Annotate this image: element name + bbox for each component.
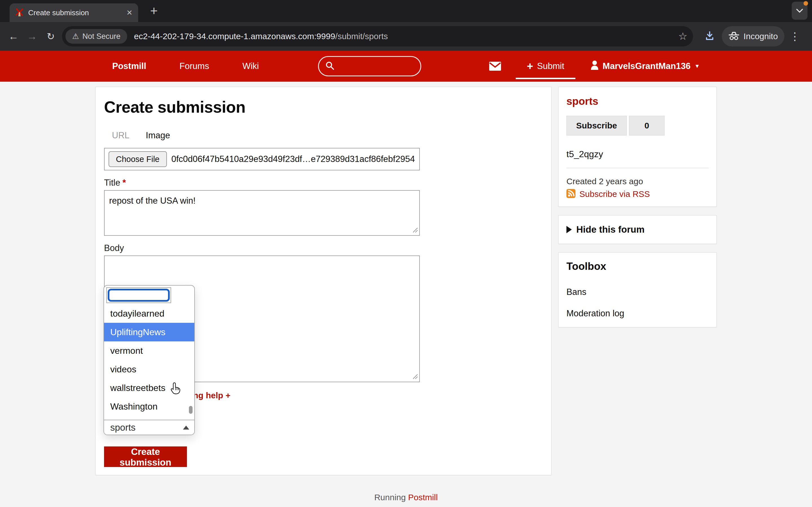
plus-icon: + xyxy=(527,61,533,71)
username-label: MarvelsGrantMan136 xyxy=(603,61,691,71)
forum-id-label: t5_2qgzy xyxy=(566,149,709,159)
file-name-label: 0fc0d06f47b5410a29e93d49f23df…e729389d31… xyxy=(171,154,415,164)
footer-postmill-link[interactable]: Postmill xyxy=(408,493,438,502)
hide-forum-card[interactable]: Hide this forum xyxy=(558,215,717,244)
submission-type-tabs: URL Image xyxy=(104,130,543,140)
menu-dots-icon[interactable]: ⋮ xyxy=(790,30,800,43)
body-label: Body xyxy=(104,243,543,253)
resize-handle-icon[interactable] xyxy=(412,373,418,381)
back-icon[interactable]: ← xyxy=(7,31,20,42)
tab-image[interactable]: Image xyxy=(146,130,170,140)
chevron-down-icon[interactable] xyxy=(792,2,808,20)
incognito-icon xyxy=(728,31,740,41)
site-navbar: Postmill Forums Wiki xyxy=(0,51,812,82)
resize-handle-icon[interactable] xyxy=(412,227,418,234)
subscriber-count[interactable]: 0 xyxy=(629,116,665,135)
page-title: Create submission xyxy=(104,98,543,116)
brand-link[interactable]: Postmill xyxy=(112,61,146,71)
bookmark-star-icon[interactable]: ☆ xyxy=(678,31,688,42)
postmill-favicon-icon xyxy=(15,8,24,17)
search-input[interactable] xyxy=(335,61,414,71)
forum-picker-dropdown: todayilearned UpliftingNews vermont vide… xyxy=(103,285,195,435)
new-tab-icon[interactable]: + xyxy=(147,2,161,19)
site-search[interactable] xyxy=(318,56,421,76)
choose-file-button[interactable]: Choose File xyxy=(109,151,167,167)
address-bar[interactable]: ⚠ Not Secure ec2-44-202-179-34.compute-1… xyxy=(62,26,693,47)
hide-forum-label: Hide this forum xyxy=(576,224,645,235)
download-icon[interactable] xyxy=(704,31,715,42)
scrollbar-thumb[interactable] xyxy=(189,406,193,414)
forum-search-input[interactable] xyxy=(109,290,168,300)
title-label: Title* xyxy=(104,178,543,188)
search-icon xyxy=(325,61,335,71)
submit-nav-label: Submit xyxy=(537,61,564,71)
toolbox-item-bans[interactable]: Bans xyxy=(566,287,709,297)
close-icon[interactable]: ✕ xyxy=(126,8,133,17)
nav-link-wiki[interactable]: Wiki xyxy=(243,61,259,71)
screen: Create submission ✕ + ← → ↻ ⚠ Not Secure… xyxy=(0,0,812,507)
user-menu[interactable]: MarvelsGrantMan136 ▼ xyxy=(591,60,700,72)
forum-info-card: sports Subscribe 0 t5_2qgzy Created 2 ye… xyxy=(558,87,717,207)
sidebar: sports Subscribe 0 t5_2qgzy Created 2 ye… xyxy=(558,87,717,327)
forum-option[interactable]: vermont xyxy=(104,341,194,360)
site-footer: Running Postmill xyxy=(0,493,812,502)
caret-down-icon: ▼ xyxy=(695,63,700,69)
submit-nav-button[interactable]: + Submit xyxy=(525,61,566,71)
hand-cursor-icon xyxy=(170,382,182,397)
select-arrow-up-icon xyxy=(183,426,189,430)
create-submission-card: Create submission URL Image Choose File … xyxy=(95,87,552,475)
update-dot-icon xyxy=(804,1,808,6)
rss-icon xyxy=(566,189,575,199)
image-file-input[interactable]: Choose File 0fc0d06f47b5410a29e93d49f23d… xyxy=(104,148,420,170)
forum-option-highlighted[interactable]: UpliftingNews xyxy=(104,323,194,341)
forum-search-focus-ring xyxy=(108,289,170,302)
title-textarea[interactable]: repost of the USA win! xyxy=(105,191,419,235)
url-text: ec2-44-202-179-34.compute-1.amazonaws.co… xyxy=(134,32,388,41)
toolbox-card: Toolbox Bans Moderation log xyxy=(558,252,717,327)
nav-link-forums[interactable]: Forums xyxy=(180,61,209,71)
disclosure-triangle-icon xyxy=(566,226,572,233)
warning-icon: ⚠ xyxy=(72,32,79,41)
tab-title: Create submission xyxy=(28,8,122,17)
incognito-label: Incognito xyxy=(744,32,778,41)
forum-option[interactable]: Washington xyxy=(104,397,194,416)
not-secure-chip[interactable]: ⚠ Not Secure xyxy=(65,29,127,44)
tab-url[interactable]: URL xyxy=(112,130,130,140)
required-asterisk: * xyxy=(122,178,126,187)
footer-running-label: Running xyxy=(374,493,406,502)
forum-search-field xyxy=(106,287,171,303)
browser-tab[interactable]: Create submission ✕ xyxy=(10,3,138,22)
incognito-badge: Incognito xyxy=(722,26,784,47)
forum-select-value: sports xyxy=(110,422,136,433)
forward-icon[interactable]: → xyxy=(26,31,38,42)
rss-subscribe-link[interactable]: Subscribe via RSS xyxy=(579,189,650,199)
title-field-wrap: repost of the USA win! xyxy=(104,190,420,236)
subscribe-button[interactable]: Subscribe xyxy=(566,116,627,135)
messages-icon[interactable] xyxy=(489,62,501,71)
user-icon xyxy=(591,60,599,72)
create-submission-button[interactable]: Create submission xyxy=(104,446,187,467)
toolbox-item-moderation-log[interactable]: Moderation log xyxy=(566,308,709,319)
forum-created-label: Created 2 years ago xyxy=(566,177,709,186)
browser-toolbar: ← → ↻ ⚠ Not Secure ec2-44-202-179-34.com… xyxy=(0,22,812,51)
forum-name-heading[interactable]: sports xyxy=(566,96,709,107)
forum-select[interactable]: sports xyxy=(104,420,194,435)
security-label: Not Secure xyxy=(82,32,120,41)
forum-option-list: todayilearned UpliftingNews vermont vide… xyxy=(104,304,194,416)
browser-tab-strip: Create submission ✕ + xyxy=(0,0,812,22)
reload-icon[interactable]: ↻ xyxy=(45,31,57,42)
toolbox-heading: Toolbox xyxy=(566,261,709,272)
forum-option[interactable]: todayilearned xyxy=(104,304,194,323)
forum-option[interactable]: videos xyxy=(104,360,194,379)
